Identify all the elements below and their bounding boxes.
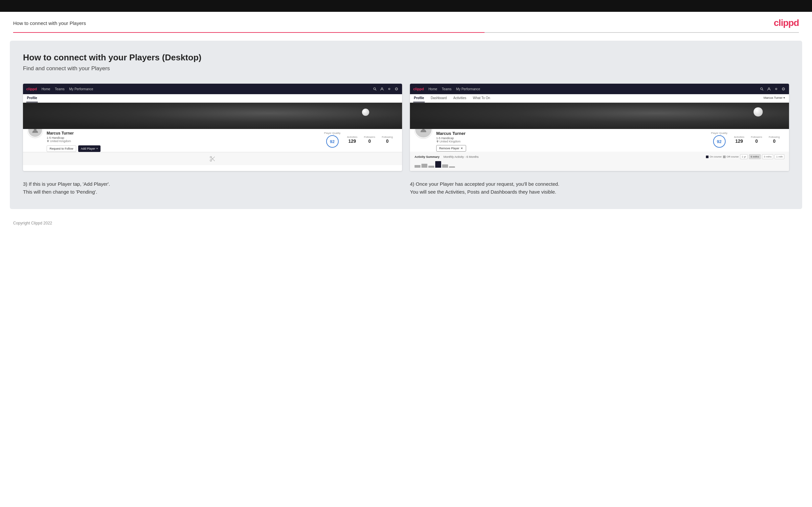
chart-area — [414, 161, 784, 168]
right-location-text: United Kingdom — [440, 140, 461, 143]
left-tab-profile[interactable]: Profile — [26, 94, 38, 102]
left-profile-info: Marcus Turner 1-5 Handicap United Kingdo… — [47, 129, 320, 152]
svg-point-5 — [396, 88, 397, 90]
off-course-label: Off course — [726, 155, 739, 158]
left-profile-row: Marcus Turner 1-5 Handicap United Kingdo… — [28, 129, 398, 152]
left-location: United Kingdom — [47, 139, 320, 143]
svg-point-4 — [395, 88, 398, 90]
on-course-dot — [706, 156, 709, 158]
left-tabbar: Profile — [23, 94, 402, 103]
activity-filters: On course Off course 1 yr 6 mths 3 mths … — [706, 154, 784, 159]
right-tab-activities[interactable]: Activities — [453, 94, 467, 102]
header-logo: clippd — [774, 18, 799, 28]
left-stat-following-label: Following — [382, 135, 393, 138]
right-globe-icon — [781, 87, 786, 91]
right-location-icon — [436, 140, 439, 143]
filter-1mth[interactable]: 1 mth — [774, 154, 784, 159]
remove-x-icon: ✕ — [461, 147, 463, 150]
left-profile-container: Marcus Turner 1-5 Handicap United Kingdo… — [23, 129, 402, 152]
left-nav-home: Home — [41, 87, 50, 91]
filter-3mths[interactable]: 3 mths — [762, 154, 773, 159]
chart-bar-5 — [442, 164, 448, 168]
page-header-title: How to connect with your Players — [13, 20, 86, 26]
svg-point-17 — [783, 88, 784, 90]
svg-point-2 — [382, 88, 383, 89]
right-user-dropdown[interactable]: Marcus Turner ▾ — [763, 94, 786, 102]
right-tab-what-to-on[interactable]: What To On — [472, 94, 491, 102]
user-icon — [380, 87, 384, 91]
off-course-legend: Off course — [723, 155, 739, 158]
right-settings-icon — [774, 87, 778, 91]
chart-bar-1 — [414, 165, 420, 168]
off-course-dot — [723, 156, 726, 158]
right-nav-home: Home — [428, 87, 437, 91]
chart-bar-4 — [435, 161, 441, 168]
left-navbar: clippd Home Teams My Performance — [23, 84, 402, 94]
on-course-label: On course — [710, 155, 722, 158]
right-player-name: Marcus Turner — [436, 131, 469, 136]
left-nav-my-performance: My Performance — [69, 87, 93, 91]
right-stat-quality-label: Player Quality — [711, 131, 727, 134]
left-stats-row: Player Quality 92 Activities 129 Followe… — [324, 129, 398, 148]
right-stat-quality: Player Quality 92 — [711, 131, 727, 148]
right-golf-ball — [754, 107, 763, 116]
left-app-logo: clippd — [26, 87, 37, 91]
left-quality-circle: 92 — [326, 135, 339, 148]
svg-point-8 — [210, 160, 212, 161]
left-stat-quality-label: Player Quality — [324, 131, 341, 134]
right-stat-following: Following 0 — [769, 135, 780, 144]
right-description-text: 4) Once your Player has accepted your re… — [410, 181, 559, 194]
left-stat-quality: Player Quality 92 — [324, 131, 341, 148]
left-description-text: 3) If this is your Player tap, 'Add Play… — [23, 181, 110, 194]
top-bar — [0, 0, 812, 12]
activity-header: Activity Summary Monthly Activity - 6 Mo… — [414, 154, 784, 159]
right-stat-followers-value: 0 — [755, 138, 758, 144]
left-golf-banner — [23, 103, 402, 129]
left-handicap: 1-5 Handicap — [47, 136, 320, 139]
main-content: How to connect with your Players (Deskto… — [10, 41, 802, 209]
svg-line-1 — [375, 90, 376, 91]
right-tab-profile[interactable]: Profile — [413, 94, 425, 102]
activity-summary: Activity Summary Monthly Activity - 6 Mo… — [410, 152, 789, 171]
chart-bar-3 — [428, 166, 434, 168]
left-nav-icons — [372, 87, 399, 91]
right-profile-row: Marcus Turner 1-5 Handicap United Kingdo… — [414, 129, 784, 152]
right-tab-dashboard[interactable]: Dashboard — [430, 94, 447, 102]
filter-1yr[interactable]: 1 yr — [740, 154, 748, 159]
svg-line-10 — [213, 160, 215, 161]
right-description: 4) Once your Player has accepted your re… — [410, 180, 789, 196]
request-follow-button[interactable]: Request to Follow — [47, 146, 76, 152]
right-handicap: 1-5 Handicap — [436, 136, 469, 140]
main-subtitle: Find and connect with your Players — [23, 65, 789, 72]
right-app-logo: clippd — [413, 87, 424, 91]
right-navbar: clippd Home Teams My Performance — [410, 84, 789, 94]
left-stat-following: Following 0 — [382, 135, 393, 144]
left-stat-activities: Activities 129 — [347, 135, 357, 144]
remove-player-button[interactable]: Remove Player ✕ — [436, 145, 466, 152]
right-nav-icons — [759, 87, 786, 91]
right-tabbar: Profile Dashboard Activities What To On … — [410, 94, 789, 103]
right-stat-activities-value: 129 — [735, 138, 743, 144]
page-header: How to connect with your Players clippd — [0, 12, 812, 32]
left-golf-banner-inner — [23, 103, 402, 129]
svg-point-16 — [782, 88, 785, 90]
descriptions-row: 3) If this is your Player tap, 'Add Play… — [23, 180, 789, 196]
left-screenshot-panel: clippd Home Teams My Performance — [23, 84, 402, 171]
svg-point-15 — [775, 88, 777, 90]
screenshots-row: clippd Home Teams My Performance — [23, 84, 789, 171]
chart-bar-2 — [421, 164, 427, 168]
search-icon — [372, 87, 377, 91]
on-course-legend: On course — [706, 155, 722, 158]
right-golf-banner-inner — [410, 103, 789, 129]
add-player-button[interactable]: Add Player + — [78, 146, 101, 152]
left-stat-followers-label: Followers — [364, 135, 375, 138]
filter-6mths[interactable]: 6 mths — [749, 154, 761, 159]
activity-title: Activity Summary — [414, 155, 440, 159]
right-user-icon — [767, 87, 771, 91]
left-stat-followers: Followers 0 — [364, 135, 375, 144]
right-quality-circle: 92 — [713, 135, 726, 148]
right-nav-my-performance: My Performance — [456, 87, 480, 91]
location-icon — [47, 140, 49, 143]
left-profile-actions: Request to Follow Add Player + — [47, 146, 320, 152]
svg-point-0 — [373, 88, 375, 90]
